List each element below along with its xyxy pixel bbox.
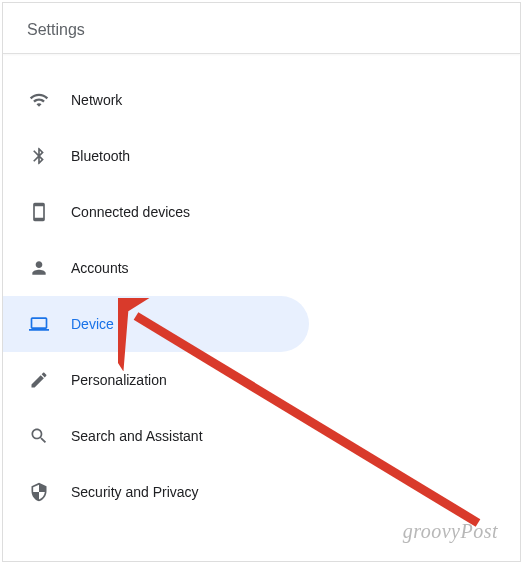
person-icon xyxy=(29,258,49,278)
sidebar-item-label: Accounts xyxy=(71,260,129,276)
sidebar-item-bluetooth[interactable]: Bluetooth xyxy=(3,128,520,184)
sidebar-item-personalization[interactable]: Personalization xyxy=(3,352,520,408)
sidebar-item-label: Search and Assistant xyxy=(71,428,203,444)
page-title: Settings xyxy=(27,21,496,39)
sidebar-item-label: Personalization xyxy=(71,372,167,388)
security-icon xyxy=(29,482,49,502)
settings-sidebar: Network Bluetooth Connected devices Acco… xyxy=(3,54,520,520)
settings-header: Settings xyxy=(3,3,520,54)
sidebar-item-device[interactable]: Device xyxy=(3,296,309,352)
sidebar-item-label: Connected devices xyxy=(71,204,190,220)
sidebar-item-label: Bluetooth xyxy=(71,148,130,164)
sidebar-item-label: Device xyxy=(71,316,114,332)
sidebar-item-accounts[interactable]: Accounts xyxy=(3,240,520,296)
sidebar-item-label: Security and Privacy xyxy=(71,484,199,500)
sidebar-item-network[interactable]: Network xyxy=(3,72,520,128)
wifi-icon xyxy=(29,90,49,110)
connected-devices-icon xyxy=(29,202,49,222)
sidebar-item-label: Network xyxy=(71,92,122,108)
bluetooth-icon xyxy=(29,146,49,166)
sidebar-item-search-assistant[interactable]: Search and Assistant xyxy=(3,408,520,464)
sidebar-item-connected-devices[interactable]: Connected devices xyxy=(3,184,520,240)
edit-icon xyxy=(29,370,49,390)
search-icon xyxy=(29,426,49,446)
sidebar-item-security-privacy[interactable]: Security and Privacy xyxy=(3,464,520,520)
watermark: groovyPost xyxy=(403,520,498,543)
laptop-icon xyxy=(29,314,49,334)
